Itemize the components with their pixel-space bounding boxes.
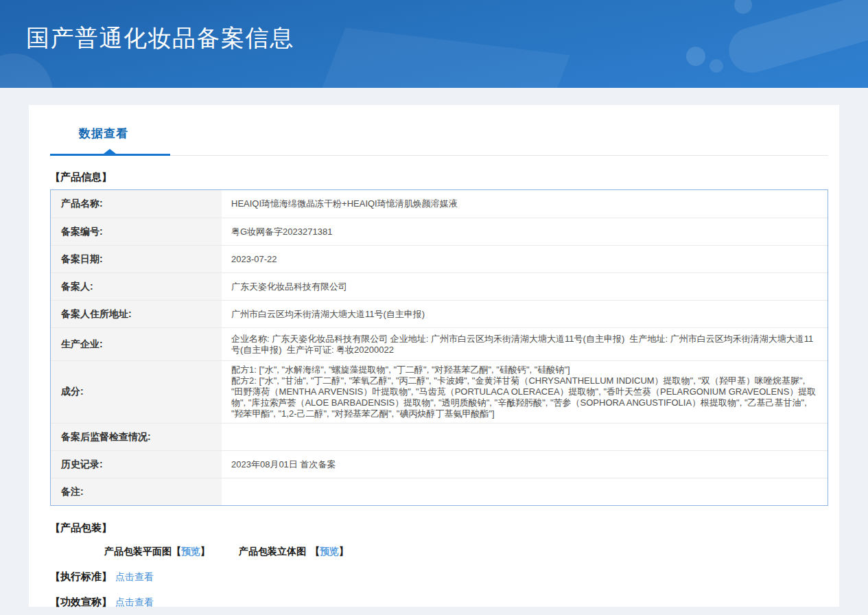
content-card: 数据查看 【产品信息】 产品名称: HEAIQI琦憶海绵微晶冻干粉+HEAIQI… [29,105,839,607]
packaging-flat-image-label: 产品包装平面图 [104,546,172,557]
page-header-banner: 国产普通化妆品备案信息 [0,0,868,88]
table-row-filing-number: 备案编号: 粤G妆网备字2023271381 [51,218,828,245]
efficacy-claim-view-link[interactable]: 点击查看 [115,596,154,607]
execution-standard-view-link[interactable]: 点击查看 [115,571,154,582]
row-label: 备案后监督检查情况: [51,423,222,450]
header-decoration-circle [686,47,705,66]
packaging-flat-image-item: 产品包装平面图【预览】 [104,546,210,558]
row-value: 2023年08月01日 首次备案 [231,459,336,470]
header-decoration-circle [734,0,752,14]
page-title: 国产普通化妆品备案信息 [26,23,294,54]
table-row-manufacturer: 生产企业: 企业名称: 广东天姿化妆品科技有限公司 企业地址: 广州市白云区均禾… [51,327,828,360]
tab-active-indicator [50,154,170,156]
product-info-table: 产品名称: HEAIQI琦憶海绵微晶冻干粉+HEAIQI琦憶清肌焕颜溶媒液 备案… [50,189,828,506]
execution-standard-row: 【执行标准】点击查看 [50,570,828,583]
row-value: 2023-07-22 [231,254,277,265]
section-title-product-info: 【产品信息】 [50,171,828,184]
row-label: 历史记录: [51,451,222,478]
section-title-packaging: 【产品包装】 [50,522,828,535]
row-label: 成分: [51,361,222,423]
row-label: 生产企业: [51,328,222,360]
tab-active-arrow-icon [104,149,116,154]
packaging-links-row: 产品包装平面图【预览】产品包装立体图【预览】 [50,546,828,558]
packaging-stereo-image-label: 产品包装立体图 [239,546,306,557]
bracket: 】 [200,546,210,557]
table-row-product-name: 产品名称: HEAIQI琦憶海绵微晶冻干粉+HEAIQI琦憶清肌焕颜溶媒液 [51,190,828,218]
row-label: 备案编号: [51,218,222,245]
table-row-ingredients: 成分: 配方1: ["水", "水解海绵", "螺旋藻提取物", "丁二醇", … [51,360,828,423]
efficacy-claim-row: 【功效宣称】点击查看 [50,596,828,609]
bracket: 【 [310,546,320,557]
tab-bar: 数据查看 [79,126,828,141]
tab-data-view[interactable]: 数据查看 [79,126,128,141]
header-decoration-circle-large [0,54,53,88]
row-value: 配方1: ["水", "水解海绵", "螺旋藻提取物", "丁二醇", "对羟基… [231,364,818,419]
section-title-execution-standard: 【执行标准】 [50,570,112,583]
table-row-filer-address: 备案人住所地址: 广州市白云区均禾街清湖大塘大道11号(自主申报) [51,300,828,327]
row-label: 备案日期: [51,246,222,272]
row-value: 广州市白云区均禾街清湖大塘大道11号(自主申报) [231,309,425,320]
header-decoration-polygon [312,27,570,88]
row-value: 广东天姿化妆品科技有限公司 [231,281,347,292]
packaging-flat-image-preview-link[interactable]: 预览 [181,546,200,557]
row-label: 备案人: [51,273,222,300]
table-row-remarks: 备注: [51,478,828,505]
section-title-efficacy-claim: 【功效宣称】 [50,596,112,609]
table-row-history: 历史记录: 2023年08月01日 首次备案 [51,450,828,478]
table-row-filing-date: 备案日期: 2023-07-22 [51,245,828,272]
table-row-supervision-check: 备案后监督检查情况: [51,423,828,450]
row-label: 备注: [51,478,222,505]
row-label: 备案人住所地址: [51,301,222,327]
bracket: 【 [172,546,181,557]
packaging-stereo-image-item: 产品包装立体图【预览】 [239,546,349,558]
row-value: 粤G妆网备字2023271381 [231,227,332,237]
row-value: 企业名称: 广东天姿化妆品科技有限公司 企业地址: 广州市白云区均禾街清湖大塘大… [231,334,818,356]
tab-underline [50,154,828,156]
table-row-filer: 备案人: 广东天姿化妆品科技有限公司 [51,272,828,300]
bracket: 】 [339,546,349,557]
row-label: 产品名称: [51,190,222,218]
packaging-stereo-image-preview-link[interactable]: 预览 [320,546,339,557]
header-decoration-circle [709,59,723,73]
row-value: HEAIQI琦憶海绵微晶冻干粉+HEAIQI琦憶清肌焕颜溶媒液 [231,198,458,209]
